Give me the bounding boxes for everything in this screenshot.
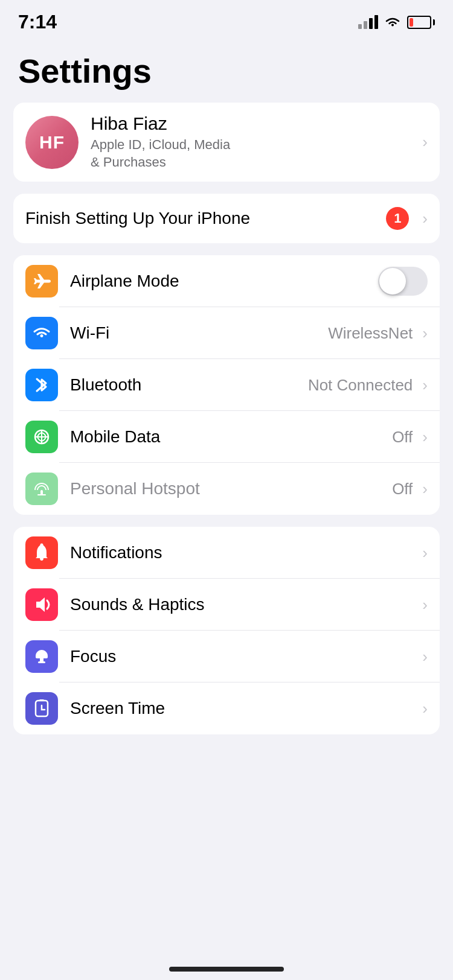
mobile-data-value: Off bbox=[392, 428, 413, 447]
status-icons bbox=[358, 16, 435, 29]
profile-card[interactable]: HF Hiba Fiaz Apple ID, iCloud, Media& Pu… bbox=[13, 103, 440, 182]
sounds-icon-bg bbox=[25, 588, 58, 621]
mobile-data-label: Mobile Data bbox=[70, 427, 392, 447]
svg-point-5 bbox=[40, 544, 43, 547]
status-time: 7:14 bbox=[18, 11, 57, 33]
svg-rect-6 bbox=[40, 658, 43, 661]
wifi-icon-bg bbox=[25, 317, 58, 349]
hotspot-icon bbox=[32, 479, 51, 498]
notifications-chevron: › bbox=[422, 544, 428, 562]
connectivity-card: Airplane Mode Wi-Fi WirelessNet › Blueto… bbox=[13, 255, 440, 515]
profile-chevron: › bbox=[422, 133, 428, 151]
profile-row[interactable]: HF Hiba Fiaz Apple ID, iCloud, Media& Pu… bbox=[13, 103, 440, 182]
hotspot-row[interactable]: Personal Hotspot Off › bbox=[13, 463, 440, 515]
airplane-mode-row[interactable]: Airplane Mode bbox=[13, 255, 440, 307]
battery-icon bbox=[407, 16, 435, 29]
mobile-data-chevron: › bbox=[422, 428, 428, 447]
sounds-chevron: › bbox=[422, 596, 428, 614]
setup-chevron: › bbox=[422, 209, 428, 228]
wifi-chevron: › bbox=[422, 324, 428, 343]
profile-name: Hiba Fiaz bbox=[91, 113, 405, 134]
setup-row[interactable]: Finish Setting Up Your iPhone 1 › bbox=[13, 194, 440, 243]
screen-time-icon-bg bbox=[25, 692, 58, 725]
airplane-mode-toggle[interactable] bbox=[378, 267, 428, 296]
focus-icon-bg bbox=[25, 640, 58, 673]
hotspot-label: Personal Hotspot bbox=[70, 479, 392, 498]
wifi-status-icon bbox=[384, 16, 401, 29]
status-bar: 7:14 bbox=[0, 0, 453, 33]
avatar-initials: HF bbox=[39, 132, 65, 153]
home-indicator bbox=[169, 967, 284, 972]
signal-icon bbox=[358, 16, 378, 29]
focus-icon bbox=[32, 647, 51, 666]
setup-card[interactable]: Finish Setting Up Your iPhone 1 › bbox=[13, 194, 440, 243]
airplane-icon bbox=[32, 272, 51, 291]
svg-rect-3 bbox=[40, 490, 43, 495]
setup-label: Finish Setting Up Your iPhone bbox=[25, 209, 386, 228]
setup-badge: 1 bbox=[386, 207, 409, 230]
system-card: Notifications › Sounds & Haptics › Focus… bbox=[13, 527, 440, 734]
screen-time-chevron: › bbox=[422, 699, 428, 718]
bluetooth-value: Not Connected bbox=[308, 376, 413, 395]
wifi-value: WirelessNet bbox=[328, 324, 413, 343]
bluetooth-row[interactable]: Bluetooth Not Connected › bbox=[13, 359, 440, 411]
wifi-icon bbox=[32, 325, 51, 342]
mobile-data-icon bbox=[32, 427, 51, 447]
focus-chevron: › bbox=[422, 648, 428, 666]
profile-subtitle: Apple ID, iCloud, Media& Purchases bbox=[91, 136, 405, 171]
focus-label: Focus bbox=[70, 647, 417, 666]
notifications-row[interactable]: Notifications › bbox=[13, 527, 440, 579]
focus-row[interactable]: Focus › bbox=[13, 631, 440, 682]
screen-time-label: Screen Time bbox=[70, 699, 417, 718]
wifi-label: Wi-Fi bbox=[70, 323, 328, 343]
svg-rect-7 bbox=[38, 661, 45, 663]
bluetooth-chevron: › bbox=[422, 376, 428, 395]
airplane-icon-bg bbox=[25, 265, 58, 298]
notifications-icon-bg bbox=[25, 536, 58, 569]
bluetooth-icon bbox=[34, 375, 50, 395]
notifications-label: Notifications bbox=[70, 543, 417, 562]
wifi-row[interactable]: Wi-Fi WirelessNet › bbox=[13, 307, 440, 359]
sounds-row[interactable]: Sounds & Haptics › bbox=[13, 579, 440, 631]
hotspot-chevron: › bbox=[422, 480, 428, 498]
sounds-icon bbox=[31, 596, 52, 614]
mobile-data-row[interactable]: Mobile Data Off › bbox=[13, 411, 440, 463]
airplane-mode-label: Airplane Mode bbox=[70, 272, 378, 291]
notifications-icon bbox=[33, 542, 51, 563]
bluetooth-label: Bluetooth bbox=[70, 375, 308, 395]
screen-time-icon bbox=[33, 698, 51, 719]
profile-info: Hiba Fiaz Apple ID, iCloud, Media& Purch… bbox=[91, 113, 405, 171]
hotspot-value: Off bbox=[392, 480, 413, 498]
hotspot-icon-bg bbox=[25, 472, 58, 505]
avatar: HF bbox=[25, 116, 79, 169]
bluetooth-icon-bg bbox=[25, 369, 58, 401]
mobile-data-icon-bg bbox=[25, 421, 58, 453]
toggle-knob bbox=[379, 268, 406, 294]
page-title: Settings bbox=[0, 33, 453, 103]
screen-time-row[interactable]: Screen Time › bbox=[13, 682, 440, 734]
sounds-label: Sounds & Haptics bbox=[70, 595, 417, 614]
svg-rect-9 bbox=[39, 699, 44, 701]
